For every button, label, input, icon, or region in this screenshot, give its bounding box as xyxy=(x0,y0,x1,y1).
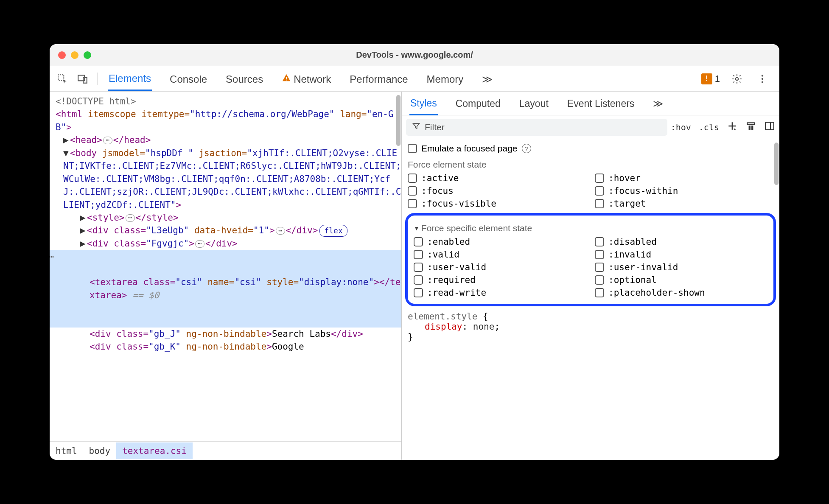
tab-sources[interactable]: Sources xyxy=(225,67,264,91)
divider xyxy=(97,73,98,85)
checkbox[interactable] xyxy=(595,199,604,208)
state-optional[interactable]: :optional xyxy=(595,275,767,285)
hov-button[interactable]: :hov xyxy=(671,122,691,132)
issues-button[interactable]: ! 1 xyxy=(701,73,720,84)
dom-node-selected[interactable]: <textarea class="csi" name="csi" style="… xyxy=(50,250,401,328)
tab-event-listeners[interactable]: Event Listeners xyxy=(566,92,636,115)
tab-elements[interactable]: Elements xyxy=(108,67,152,91)
state-valid[interactable]: :valid xyxy=(414,249,586,260)
specific-state-header[interactable]: ▼Force specific element state xyxy=(414,223,767,233)
breadcrumb-item[interactable]: html xyxy=(50,442,83,459)
checkbox[interactable] xyxy=(414,263,423,272)
tab-memory[interactable]: Memory xyxy=(426,67,465,91)
state-user-valid[interactable]: :user-valid xyxy=(414,262,586,272)
state-target[interactable]: :target xyxy=(595,199,773,209)
checkbox[interactable] xyxy=(595,275,604,285)
checkbox[interactable] xyxy=(408,186,417,196)
emulate-focused-row: Emulate a focused page ? xyxy=(408,143,773,154)
tab-performance[interactable]: Performance xyxy=(349,67,409,91)
dom-tree[interactable]: <!DOCTYPE html> <html itemscope itemtype… xyxy=(50,92,401,441)
close-window-button[interactable] xyxy=(58,51,66,59)
tab-console[interactable]: Console xyxy=(169,67,208,91)
main-toolbar: Elements Console Sources Network Perform… xyxy=(50,66,779,92)
state-placeholder-shown[interactable]: :placeholder-shown xyxy=(595,288,767,298)
styles-panel: Styles Computed Layout Event Listeners ≫… xyxy=(402,92,779,460)
inspect-element-icon[interactable] xyxy=(54,70,71,87)
ellipsis-badge[interactable]: ⋯ xyxy=(103,137,112,144)
checkbox[interactable] xyxy=(595,250,604,259)
checkbox[interactable] xyxy=(408,199,417,208)
tab-network[interactable]: Network xyxy=(281,67,332,91)
checkbox[interactable] xyxy=(414,275,423,285)
filter-input[interactable]: Filter xyxy=(406,119,667,136)
style-rule[interactable]: element.style { display: none; } xyxy=(408,311,773,342)
state-hover[interactable]: :hover xyxy=(595,173,773,183)
dom-node[interactable]: ▼<body jsmodel="hspDDf " jsaction="xjhTI… xyxy=(56,147,401,211)
flex-badge[interactable]: flex xyxy=(319,225,347,237)
dom-node[interactable]: <div class="gb_J" ng-non-bindable>Search… xyxy=(56,328,401,340)
dom-node[interactable]: ▶<head>⋯</head> xyxy=(56,134,401,146)
dom-node[interactable]: ▶<style>⋯</style> xyxy=(56,211,401,224)
checkbox[interactable] xyxy=(595,288,604,297)
ellipsis-badge[interactable]: ⋯ xyxy=(195,240,204,248)
state-focus-within[interactable]: :focus-within xyxy=(595,186,773,196)
tab-styles[interactable]: Styles xyxy=(409,92,438,115)
dom-node[interactable]: <!DOCTYPE html> xyxy=(56,95,401,108)
checkbox[interactable] xyxy=(595,263,604,272)
settings-icon[interactable] xyxy=(728,70,745,87)
checkbox[interactable] xyxy=(595,186,604,196)
ellipsis-badge[interactable]: ⋯ xyxy=(276,227,285,235)
dom-node[interactable]: <div class="gb_K" ng-non-bindable>Google xyxy=(56,340,401,353)
toggle-sidebar-icon[interactable] xyxy=(764,120,775,134)
filter-bar: Filter :hov .cls xyxy=(402,115,779,139)
checkbox[interactable] xyxy=(595,174,604,183)
breadcrumb-item[interactable]: textarea.csi xyxy=(116,442,193,459)
checkbox[interactable] xyxy=(408,144,417,153)
help-icon[interactable]: ? xyxy=(522,144,531,153)
minimize-window-button[interactable] xyxy=(71,51,78,59)
dom-node[interactable]: ▶<div class="L3eUgb" data-hveid="1">⋯</d… xyxy=(56,224,401,237)
content-area: <!DOCTYPE html> <html itemscope itemtype… xyxy=(50,92,779,460)
state-invalid[interactable]: :invalid xyxy=(595,249,767,260)
state-focus[interactable]: :focus xyxy=(408,186,586,196)
svg-rect-10 xyxy=(749,126,750,130)
checkbox[interactable] xyxy=(414,250,423,259)
state-active[interactable]: :active xyxy=(408,173,586,183)
tab-layout[interactable]: Layout xyxy=(518,92,549,115)
force-state-header: Force element state xyxy=(408,160,773,170)
toolbar-right: ! 1 xyxy=(701,70,775,87)
svg-point-7 xyxy=(762,78,763,79)
svg-rect-3 xyxy=(286,77,287,79)
checkbox[interactable] xyxy=(414,288,423,297)
scrollbar[interactable] xyxy=(774,143,779,185)
more-tabs[interactable]: ≫ xyxy=(652,92,664,115)
state-disabled[interactable]: :disabled xyxy=(595,237,767,247)
dom-node[interactable]: <html itemscope itemtype="http://schema.… xyxy=(56,108,401,134)
more-tabs[interactable]: ≫ xyxy=(481,67,493,91)
state-required[interactable]: :required xyxy=(414,275,586,285)
cls-button[interactable]: .cls xyxy=(699,122,719,132)
state-focus-visible[interactable]: :focus-visible xyxy=(408,199,586,209)
tab-computed[interactable]: Computed xyxy=(455,92,501,115)
zoom-window-button[interactable] xyxy=(84,51,91,59)
dom-node[interactable]: ▶<div class="Fgvgjc">⋯</div> xyxy=(56,237,401,250)
checkbox[interactable] xyxy=(414,237,423,246)
traffic-lights xyxy=(50,51,91,59)
breadcrumb-item[interactable]: body xyxy=(83,442,117,459)
checkbox[interactable] xyxy=(408,174,417,183)
ellipsis-badge[interactable]: ⋯ xyxy=(126,214,135,222)
emulate-label: Emulate a focused page xyxy=(421,143,518,154)
checkbox[interactable] xyxy=(595,237,604,246)
filter-actions: :hov .cls xyxy=(671,120,775,134)
computed-styles-icon[interactable] xyxy=(745,120,756,134)
state-user-invalid[interactable]: :user-invalid xyxy=(595,262,767,272)
state-read-write[interactable]: :read-write xyxy=(414,288,586,298)
kebab-menu-icon[interactable] xyxy=(754,70,771,87)
svg-rect-12 xyxy=(765,122,774,129)
styles-body: Emulate a focused page ? Force element s… xyxy=(402,139,779,460)
state-enabled[interactable]: :enabled xyxy=(414,237,586,247)
device-toolbar-icon[interactable] xyxy=(74,70,91,87)
devtools-window: DevTools - www.google.com/ Elements Cons… xyxy=(50,44,779,460)
new-style-rule-icon[interactable] xyxy=(727,120,738,134)
issue-badge-icon: ! xyxy=(701,73,712,84)
